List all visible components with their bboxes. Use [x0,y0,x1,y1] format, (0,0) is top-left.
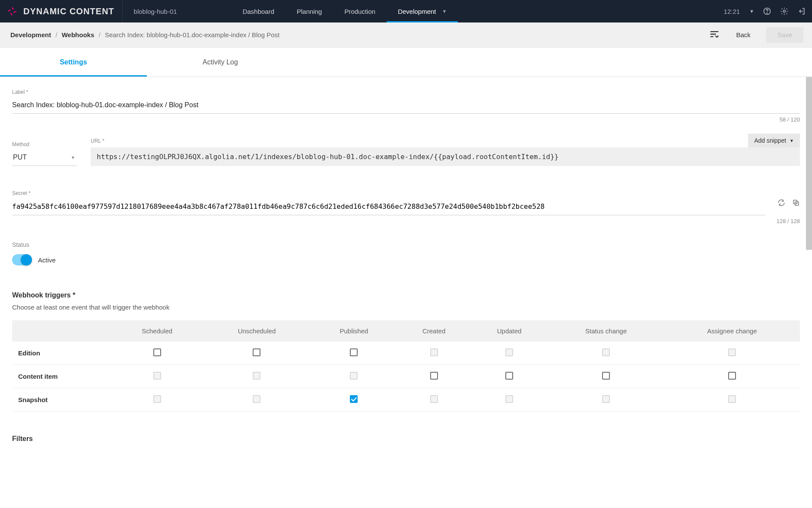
status-field-label: Status [12,241,800,248]
trigger-cell [203,365,311,388]
breadcrumb-sep: / [55,31,57,38]
checkbox [602,395,610,403]
checkbox [430,395,438,403]
trigger-cell [111,342,203,365]
label-field: Label * 58 / 120 [12,89,800,114]
tab-label: Settings [60,58,87,66]
checkbox [602,348,610,356]
logo-area: DYNAMIC CONTENT [0,0,122,22]
checkbox[interactable] [602,372,610,380]
trigger-cell [471,365,548,388]
label-counter: 58 / 120 [780,116,800,123]
checkbox [253,395,260,403]
nav-tab-development[interactable]: Development ▼ [387,0,458,22]
trigger-cell [548,342,664,365]
trigger-cell [203,342,311,365]
scrollbar[interactable] [806,77,812,250]
triggers-col: Unscheduled [203,320,311,342]
url-input[interactable] [91,147,800,166]
checkbox [728,395,736,403]
queue-icon[interactable] [708,28,720,42]
trigger-cell [311,342,397,365]
trigger-cell [548,365,664,388]
triggers-col-blank [12,320,111,342]
sub-header: Development / Webhooks / Search Index: b… [0,22,812,48]
label-input[interactable] [12,99,800,114]
checkbox[interactable] [350,348,358,356]
tab-settings[interactable]: Settings [0,48,147,77]
add-snippet-label: Add snippet [754,137,786,144]
breadcrumb-link-webhooks[interactable]: Webhooks [62,31,95,38]
trigger-cell [471,342,548,365]
nav-tab-dashboard[interactable]: Dashboard [232,0,285,22]
checkbox [153,395,161,403]
checkbox[interactable] [430,372,438,380]
trigger-cell [397,342,471,365]
content-scroll: Label * 58 / 120 Add snippet ▼ Method PU… [0,77,812,508]
trigger-cell [548,388,664,412]
breadcrumb-link-development[interactable]: Development [10,31,51,38]
secret-field: Secret * 128 / 128 [12,190,800,215]
save-button[interactable]: Save [766,27,803,43]
nav-tab-label: Dashboard [243,8,274,15]
chevron-down-icon[interactable]: ▼ [749,9,754,14]
status-field: Status Active [12,241,800,265]
back-button[interactable]: Back [726,27,760,43]
app-name: DYNAMIC CONTENT [23,6,114,16]
triggers-col: Updated [471,320,548,342]
trigger-cell [471,388,548,412]
url-field: URL * [91,138,800,166]
secret-field-label: Secret * [12,190,800,196]
tab-activity-log[interactable]: Activity Log [147,48,294,77]
breadcrumb-sep: / [98,31,100,38]
top-header: DYNAMIC CONTENT bloblog-hub-01 Dashboard… [0,0,812,22]
page-tabs: Settings Activity Log [0,48,812,77]
help-icon[interactable] [763,7,771,16]
app-logo-icon [6,5,18,17]
chevron-down-icon: ▼ [790,138,794,143]
checkbox [153,372,161,380]
trigger-cell [311,388,397,412]
copy-icon[interactable] [792,199,800,208]
nav-tab-label: Planning [297,8,322,15]
trigger-cell [111,365,203,388]
table-row: Content item [12,365,800,388]
gear-icon[interactable] [780,7,789,16]
hub-name[interactable]: bloblog-hub-01 [123,8,188,15]
logout-icon[interactable] [797,7,806,16]
svg-point-1 [767,13,767,13]
label-field-label: Label * [12,89,800,95]
method-select[interactable]: PUT ▼ [12,151,77,166]
url-field-label: URL * [91,138,800,144]
chevron-down-icon: ▼ [71,155,75,160]
refresh-icon[interactable] [777,199,785,208]
triggers-col: Created [397,320,471,342]
checkbox[interactable] [153,348,161,356]
triggers-col: Assignee change [664,320,800,342]
status-value: Active [38,256,56,264]
checkbox[interactable] [505,372,513,380]
checkbox[interactable] [253,348,260,356]
svg-point-2 [783,10,786,13]
trigger-cell [111,388,203,412]
nav-tab-production[interactable]: Production [333,0,387,22]
trigger-cell [664,388,800,412]
settings-form: Label * 58 / 120 Add snippet ▼ Method PU… [0,77,812,460]
trigger-row-name: Snapshot [12,388,111,412]
status-toggle[interactable] [12,254,32,265]
triggers-col: Status change [548,320,664,342]
add-snippet-button[interactable]: Add snippet ▼ [748,134,800,147]
checkbox[interactable] [728,372,736,380]
checkbox[interactable] [350,395,358,403]
nav-tab-planning[interactable]: Planning [285,0,333,22]
trigger-cell [311,365,397,388]
table-row: Snapshot [12,388,800,412]
breadcrumb-current: Search Index: bloblog-hub-01.doc-example… [105,31,279,38]
secret-actions [777,199,800,208]
checkbox [505,348,513,356]
secret-input[interactable] [12,200,765,215]
header-right: 12:21 ▼ [724,0,806,22]
trigger-cell [664,365,800,388]
triggers-table: Scheduled Unscheduled Published Created … [12,320,800,412]
nav-tab-label: Production [344,8,375,15]
